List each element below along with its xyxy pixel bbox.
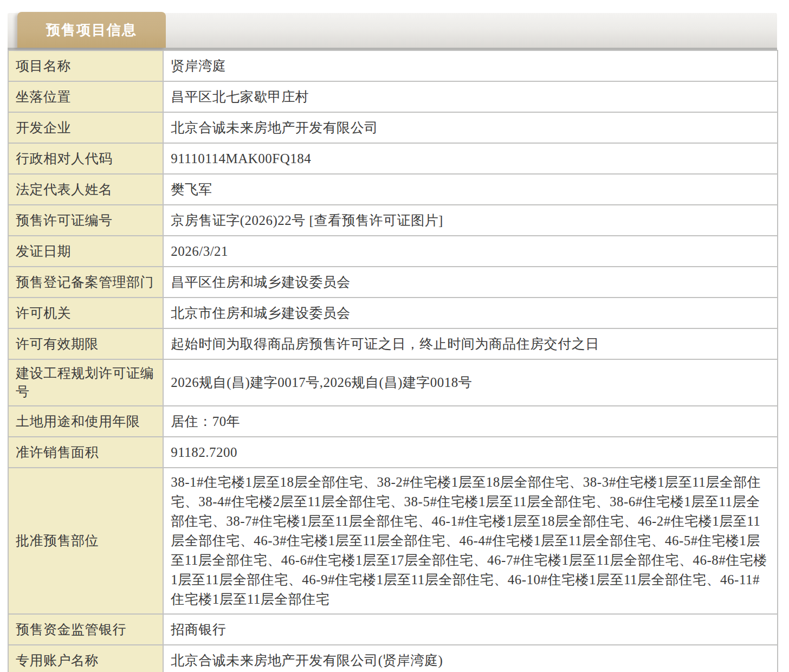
label-special-account-name: 专用账户名称 [8, 645, 163, 672]
row-project-name: 项目名称 贤岸湾庭 [8, 50, 778, 81]
row-issue-date: 发证日期 2026/3/21 [8, 236, 778, 267]
value-project-name: 贤岸湾庭 [163, 50, 778, 81]
presale-permit-number-text: 京房售证字(2026)22号 [171, 213, 306, 228]
row-developer: 开发企业 北京合诚未来房地产开发有限公司 [8, 112, 778, 143]
label-project-name: 项目名称 [8, 50, 163, 81]
value-presale-registration-authority: 昌平区住房和城乡建设委员会 [163, 267, 778, 298]
label-location: 坐落位置 [8, 81, 163, 112]
row-fund-supervision-bank: 预售资金监管银行 招商银行 [8, 614, 778, 645]
section-header-band: 预售项目信息 [8, 13, 777, 50]
row-presale-permit-number: 预售许可证编号 京房售证字(2026)22号 [查看预售许可证图片] [8, 205, 778, 236]
value-fund-supervision-bank: 招商银行 [163, 614, 778, 645]
value-approved-sales-area: 91182.7200 [163, 437, 778, 468]
value-issue-date: 2026/3/21 [163, 236, 778, 267]
row-administrative-counterpart-code: 行政相对人代码 91110114MAK00FQ184 [8, 143, 778, 174]
row-construction-planning-permit-number: 建设工程规划许可证编号 2026规自(昌)建字0017号,2026规自(昌)建字… [8, 359, 778, 406]
row-location: 坐落位置 昌平区北七家歇甲庄村 [8, 81, 778, 112]
view-presale-permit-image-link[interactable]: [查看预售许可证图片] [309, 213, 443, 228]
value-land-use-and-term: 居住：70年 [163, 406, 778, 437]
row-presale-registration-authority: 预售登记备案管理部门 昌平区住房和城乡建设委员会 [8, 267, 778, 298]
label-presale-permit-number: 预售许可证编号 [8, 205, 163, 236]
label-license-validity-period: 许可有效期限 [8, 328, 163, 359]
label-licensing-authority: 许可机关 [8, 298, 163, 328]
row-legal-representative-name: 法定代表人姓名 樊飞军 [8, 174, 778, 205]
row-approved-sales-area: 准许销售面积 91182.7200 [8, 437, 778, 468]
label-developer: 开发企业 [8, 112, 163, 143]
presale-info-table: 项目名称 贤岸湾庭 坐落位置 昌平区北七家歇甲庄村 开发企业 北京合诚未来房地产… [8, 50, 778, 672]
label-presale-registration-authority: 预售登记备案管理部门 [8, 267, 163, 298]
label-approved-sales-area: 准许销售面积 [8, 437, 163, 468]
label-fund-supervision-bank: 预售资金监管银行 [8, 614, 163, 645]
label-administrative-counterpart-code: 行政相对人代码 [8, 143, 163, 174]
value-legal-representative-name: 樊飞军 [163, 174, 778, 205]
value-presale-permit-number: 京房售证字(2026)22号 [查看预售许可证图片] [163, 205, 778, 236]
value-location: 昌平区北七家歇甲庄村 [163, 81, 778, 112]
label-approved-presale-parts: 批准预售部位 [8, 468, 163, 614]
label-land-use-and-term: 土地用途和使用年限 [8, 406, 163, 437]
value-administrative-counterpart-code: 91110114MAK00FQ184 [163, 143, 778, 174]
value-approved-presale-parts: 38-1#住宅楼1层至18层全部住宅、38-2#住宅楼1层至18层全部住宅、38… [163, 468, 778, 614]
row-licensing-authority: 许可机关 北京市住房和城乡建设委员会 [8, 298, 778, 328]
row-special-account-name: 专用账户名称 北京合诚未来房地产开发有限公司(贤岸湾庭) [8, 645, 778, 672]
row-license-validity-period: 许可有效期限 起始时间为取得商品房预售许可证之日，终止时间为商品住房交付之日 [8, 328, 778, 359]
value-license-validity-period: 起始时间为取得商品房预售许可证之日，终止时间为商品住房交付之日 [163, 328, 778, 359]
row-land-use-and-term: 土地用途和使用年限 居住：70年 [8, 406, 778, 437]
label-legal-representative-name: 法定代表人姓名 [8, 174, 163, 205]
value-developer: 北京合诚未来房地产开发有限公司 [163, 112, 778, 143]
tab-presale-project-info[interactable]: 预售项目信息 [17, 12, 166, 48]
label-issue-date: 发证日期 [8, 236, 163, 267]
value-special-account-name: 北京合诚未来房地产开发有限公司(贤岸湾庭) [163, 645, 778, 672]
value-construction-planning-permit-number: 2026规自(昌)建字0017号,2026规自(昌)建字0018号 [163, 359, 778, 406]
row-approved-presale-parts: 批准预售部位 38-1#住宅楼1层至18层全部住宅、38-2#住宅楼1层至18层… [8, 468, 778, 614]
label-construction-planning-permit-number: 建设工程规划许可证编号 [8, 359, 163, 406]
presale-info-page: 预售项目信息 项目名称 贤岸湾庭 坐落位置 昌平区北七家歇甲庄村 开发企业 北京… [8, 13, 777, 672]
value-licensing-authority: 北京市住房和城乡建设委员会 [163, 298, 778, 328]
